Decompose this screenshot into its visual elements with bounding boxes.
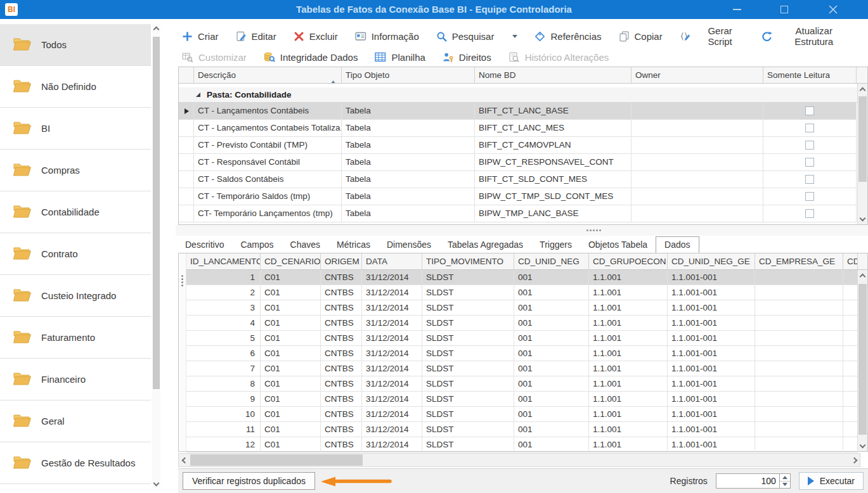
sidebar-item-contabilidade[interactable]: Contabilidade xyxy=(0,191,151,233)
toolbar-button-criar[interactable]: Criar xyxy=(182,31,219,42)
tab-dimens-es[interactable]: Dimensões xyxy=(379,237,439,253)
tab-chaves[interactable]: Chaves xyxy=(282,237,328,253)
column-header-cd-cenario[interactable]: CD_CENARIO xyxy=(261,253,321,269)
readonly-checkbox[interactable] xyxy=(805,141,814,150)
column-header-cd-unid-neg-ge[interactable]: CD_UNID_NEG_GE xyxy=(668,253,755,269)
column-header-cd-grupoecon[interactable]: CD_GRUPOECON xyxy=(589,253,668,269)
data-row[interactable]: 9C01CNTBS31/12/2014SLDST0011.1.0011.1.00… xyxy=(179,392,867,407)
toolbar-button-excluir[interactable]: Excluir xyxy=(294,31,338,42)
toolbar-button-atualizar-estrutura[interactable]: Atualizar Estrutura xyxy=(761,25,851,47)
data-row[interactable]: 3C01CNTBS31/12/2014SLDST0011.1.0011.1.00… xyxy=(179,300,867,316)
toolbar-button-pesquisar[interactable]: Pesquisar xyxy=(436,31,495,42)
toolbar-button-hist-rico-altera-es[interactable]: Histórico Alterações xyxy=(508,52,609,63)
sidebar-item-faturamento[interactable]: Faturamento xyxy=(0,317,151,359)
registros-input[interactable]: 100 xyxy=(716,474,779,488)
tab-dados[interactable]: Dados xyxy=(656,236,699,253)
sidebar-item-geral[interactable]: Geral xyxy=(0,400,151,442)
data-row[interactable]: 7C01CNTBS31/12/2014SLDST0011.1.0011.1.00… xyxy=(179,361,867,376)
sidebar-item-bi[interactable]: BI xyxy=(0,108,151,150)
data-row[interactable]: 10C01CNTBS31/12/2014SLDST0011.1.0011.1.0… xyxy=(179,407,867,422)
data-row[interactable]: 1C01CNTBS31/12/2014SLDST0011.1.0011.1.00… xyxy=(179,270,867,285)
horizontal-splitter[interactable] xyxy=(176,225,868,236)
column-header-owner[interactable]: Owner xyxy=(632,67,763,83)
minimize-button[interactable] xyxy=(723,0,751,19)
column-header-cd-c[interactable]: CD_C xyxy=(843,253,858,269)
sidebar-scroll-up-icon[interactable] xyxy=(152,24,160,34)
data-row[interactable]: 12C01CNTBS31/12/2014SLDST0011.1.0011.1.0… xyxy=(179,437,867,452)
sidebar-item-custeio-integrado[interactable]: Custeio Integrado xyxy=(0,275,151,317)
column-header-tipo-objeto[interactable]: Tipo Objeto xyxy=(342,67,475,83)
dados-grid-hscrollbar[interactable] xyxy=(178,453,860,467)
data-row[interactable]: 5C01CNTBS31/12/2014SLDST0011.1.0011.1.00… xyxy=(179,331,867,346)
toolbar-button-integridade-dados[interactable]: Integridade Dados xyxy=(264,52,358,63)
dados-grid-vscrollbar[interactable] xyxy=(857,270,867,451)
column-header-id-lancamento[interactable]: ID_LANCAMENTO xyxy=(186,253,261,269)
sidebar-scroll-down-icon[interactable] xyxy=(152,478,160,488)
column-header-somente-leitura[interactable]: Somente Leitura xyxy=(763,67,857,83)
sidebar-item-todos[interactable]: Todos xyxy=(0,24,151,66)
spin-down-button[interactable] xyxy=(780,482,790,489)
executar-button[interactable]: Executar xyxy=(799,472,864,490)
vscroll-down-icon[interactable] xyxy=(858,440,867,450)
maximize-button[interactable] xyxy=(770,0,798,19)
column-header-cd-unid-neg[interactable]: CD_UNID_NEG xyxy=(514,253,589,269)
detail-drag-handle[interactable] xyxy=(179,253,186,451)
readonly-checkbox[interactable] xyxy=(805,158,814,167)
group-row-pasta-contabilidade[interactable]: Pasta: Contabilidade xyxy=(179,87,867,103)
table-row[interactable]: CT- Temporário Lançamentos (tmp)TabelaBI… xyxy=(179,205,867,222)
sidebar-item-contrato[interactable]: Contrato xyxy=(0,233,151,275)
toolbar-button-gerar-script[interactable]: Gerar Script xyxy=(680,25,744,47)
column-header-tipo-movimento[interactable]: TIPO_MOVIMENTO xyxy=(422,253,514,269)
column-header-descri-o[interactable]: Descrição xyxy=(194,67,342,83)
readonly-checkbox[interactable] xyxy=(805,192,814,201)
column-header-data[interactable]: DATA xyxy=(362,253,422,269)
tables-grid-vscrollbar[interactable] xyxy=(857,84,867,224)
toolbar-button-refer-ncias[interactable]: Referências xyxy=(534,31,601,42)
toolbar-button-customizar[interactable]: Customizar xyxy=(182,52,247,63)
search-dropdown-icon[interactable] xyxy=(512,35,517,38)
tab-tabelas-agregadas[interactable]: Tabelas Agregadas xyxy=(439,237,531,253)
column-header-origem[interactable]: ORIGEM xyxy=(321,253,362,269)
readonly-checkbox[interactable] xyxy=(805,209,814,218)
vscroll-thumb[interactable] xyxy=(858,284,867,435)
hscroll-right-icon[interactable] xyxy=(849,454,859,466)
table-row[interactable]: CT - Temporário Saldos (tmp)TabelaBIPW_C… xyxy=(179,188,867,205)
vscroll-up-icon[interactable] xyxy=(858,85,867,95)
sidebar-item-n-o-definido[interactable]: Não Definido xyxy=(0,66,151,108)
hscroll-left-icon[interactable] xyxy=(179,454,190,466)
sidebar-scrollbar-thumb[interactable] xyxy=(153,37,160,389)
close-button[interactable] xyxy=(819,0,847,19)
data-row[interactable]: 6C01CNTBS31/12/2014SLDST0011.1.0011.1.00… xyxy=(179,346,867,361)
toolbar-button-planilha[interactable]: Planilha xyxy=(375,52,425,63)
verify-duplicates-button[interactable]: Verificar registros duplicados xyxy=(183,472,315,490)
data-row[interactable]: 8C01CNTBS31/12/2014SLDST0011.1.0011.1.00… xyxy=(179,376,867,392)
tab-descritivo[interactable]: Descritivo xyxy=(177,237,232,253)
toolbar-button-informa-o[interactable]: Informação xyxy=(355,31,419,42)
tab-objetos-tabela[interactable]: Objetos Tabela xyxy=(580,237,656,253)
sidebar-item-financeiro[interactable]: Financeiro xyxy=(0,359,151,400)
tab-m-tricas[interactable]: Métricas xyxy=(328,237,379,253)
sidebar-scrollbar[interactable] xyxy=(152,24,160,488)
hscroll-thumb[interactable] xyxy=(190,454,363,466)
data-row[interactable]: 11C01CNTBS31/12/2014SLDST0011.1.0011.1.0… xyxy=(179,422,867,437)
table-row[interactable]: CT - Previsto Contábil (TMP)TabelaBIFT_C… xyxy=(179,137,867,154)
readonly-checkbox[interactable] xyxy=(805,106,814,115)
readonly-checkbox[interactable] xyxy=(805,124,814,132)
vscroll-up-icon[interactable] xyxy=(858,271,867,281)
toolbar-button-editar[interactable]: Editar xyxy=(236,31,276,42)
column-header-cd-empresa-ge[interactable]: CD_EMPRESA_GE xyxy=(755,253,843,269)
toolbar-button-copiar[interactable]: Copiar xyxy=(619,31,663,42)
toolbar-button-direitos[interactable]: Direitos xyxy=(443,52,491,63)
spin-up-button[interactable] xyxy=(780,474,790,482)
readonly-checkbox[interactable] xyxy=(805,175,814,184)
data-row[interactable]: 2C01CNTBS31/12/2014SLDST0011.1.0011.1.00… xyxy=(179,285,867,300)
sidebar-item-compras[interactable]: Compras xyxy=(0,150,151,191)
table-row[interactable]: CT - Lançamentos ContábeisTabelaBIFT_CT_… xyxy=(179,103,867,120)
sidebar-item-gest-o-de-resultados[interactable]: Gestão de Resultados xyxy=(0,442,151,484)
vscroll-thumb[interactable] xyxy=(858,96,867,182)
column-header-nome-bd[interactable]: Nome BD xyxy=(475,67,632,83)
table-row[interactable]: CT - Responsável ContábilTabelaBIPW_CT_R… xyxy=(179,154,867,171)
tab-campos[interactable]: Campos xyxy=(232,237,282,253)
table-row[interactable]: CT - Saldos ContábeisTabelaBIFT_CT_SLD_C… xyxy=(179,171,867,188)
vscroll-down-icon[interactable] xyxy=(858,213,867,223)
